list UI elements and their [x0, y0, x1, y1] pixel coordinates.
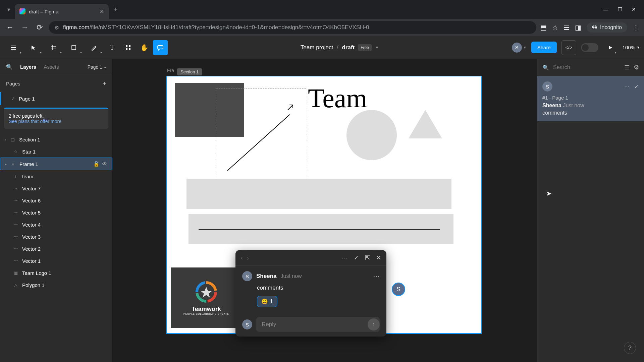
next-comment-button[interactable]: › [247, 254, 249, 261]
page-row[interactable]: ✓ Page 1 [0, 92, 112, 105]
team-logo-image[interactable]: Teamwork PEOPLE COLLABORATE CREATE [171, 267, 241, 328]
layer-name: Vector 2 [22, 246, 41, 252]
browser-tab[interactable]: draft – Figma ✕ [15, 4, 109, 19]
layer-row[interactable]: 〰Vector 2 [0, 243, 112, 255]
team-handwriting[interactable]: Team [308, 83, 367, 114]
section-tag[interactable]: Section 1 [177, 68, 202, 75]
text-tool[interactable]: T [105, 40, 119, 55]
close-window-button[interactable]: ✕ [632, 6, 636, 12]
resources-tool[interactable] [121, 40, 136, 55]
user-menu-chevron-icon[interactable]: ▼ [523, 46, 527, 49]
dev-mode-button[interactable]: </> [561, 40, 576, 55]
layer-name: Vector 3 [22, 234, 41, 240]
card-resolve-icon[interactable]: ✓ [634, 83, 639, 90]
comment-thread-popup: ‹ › ⋯ ✓ ⇱ ✕ S Sheena Just now ⋯ comments [235, 250, 386, 337]
layer-row[interactable]: 〰Vector 6 [0, 194, 112, 206]
ellipse[interactable] [346, 110, 397, 160]
incognito-icon: 🕶 [592, 24, 597, 31]
layer-row[interactable]: 〰Vector 5 [0, 206, 112, 219]
address-bar[interactable]: ⚙ figma.com/file/nMSTY1OKvvXSMLY18HsH41/… [49, 21, 536, 34]
add-page-button[interactable]: + [102, 80, 106, 87]
layer-row[interactable]: ☆Star 1 [0, 145, 112, 158]
comment-tool[interactable] [153, 40, 168, 55]
dev-mode-toggle[interactable] [581, 43, 598, 52]
reaction-chip[interactable]: 😀 1 [257, 296, 277, 307]
lock-icon[interactable]: 🔓 [93, 161, 100, 167]
card-more-icon[interactable]: ⋯ [624, 83, 630, 90]
comment-search-input[interactable] [553, 64, 620, 70]
layers-tab[interactable]: Layers [20, 64, 36, 70]
pen-tool[interactable]: ▼ [85, 40, 103, 55]
move-tool[interactable]: ▼ [24, 40, 43, 55]
polygon-triangle[interactable] [409, 110, 442, 138]
comment-item-menu-icon[interactable]: ⋯ [373, 272, 380, 280]
resolve-comment-icon[interactable]: ✓ [354, 254, 359, 261]
layer-row[interactable]: 〰Vector 7 [0, 182, 112, 194]
comment-card[interactable]: S ⋯ ✓ #1 · Page 1 Sheena Just now commen… [537, 76, 644, 121]
layer-row[interactable]: ▸#Frame 1🔓👁 [0, 158, 112, 170]
layer-name: Team Logo 1 [22, 270, 51, 276]
help-button[interactable]: ? [624, 342, 636, 354]
send-reply-button[interactable]: ↑ [368, 318, 380, 330]
install-app-icon[interactable]: ⬒ [540, 23, 547, 32]
assets-tab[interactable]: Assets [44, 64, 59, 70]
layer-name: Vector 7 [22, 186, 41, 191]
file-menu-chevron-icon[interactable]: ▼ [375, 45, 379, 50]
layer-row[interactable]: △Polygon 1 [0, 279, 112, 291]
reply-input[interactable]: Reply [256, 317, 380, 332]
zoom-control[interactable]: 100%▼ [623, 45, 640, 50]
layer-type-icon: 〰 [13, 222, 19, 228]
horizontal-line[interactable] [199, 229, 440, 230]
present-button[interactable]: ▼ [603, 40, 618, 55]
layer-row[interactable]: 〰Vector 1 [0, 255, 112, 267]
see-plans-link[interactable]: See plans that offer more [9, 119, 61, 124]
layer-row[interactable]: ▸▢Section 1 [0, 133, 112, 145]
layer-row[interactable]: 〰Vector 3 [0, 231, 112, 243]
close-comment-icon[interactable]: ✕ [376, 254, 381, 261]
browser-menu-icon[interactable]: ⋮ [633, 23, 639, 32]
svg-rect-7 [72, 46, 76, 50]
dock-comment-icon[interactable]: ⇱ [365, 254, 370, 261]
user-avatar[interactable]: S [512, 43, 522, 53]
close-tab-icon[interactable]: ✕ [100, 8, 104, 15]
layer-row[interactable]: 〰Vector 4 [0, 219, 112, 231]
visibility-icon[interactable]: 👁 [102, 161, 107, 167]
share-button[interactable]: Share [531, 42, 557, 53]
maximize-button[interactable]: ❐ [618, 6, 622, 12]
teamwork-logo-graphic [195, 280, 218, 304]
reading-list-icon[interactable]: ☰ [564, 23, 570, 32]
rectangle-1[interactable] [186, 179, 451, 209]
figma-menu-button[interactable]: ▼ [4, 40, 23, 55]
hand-tool[interactable]: ✋ [137, 40, 152, 55]
page-selector[interactable]: Page 1 ⌄ [88, 64, 106, 70]
sort-comments-icon[interactable]: ☰ [624, 64, 630, 71]
tab-title: draft – Figma [29, 9, 96, 14]
layers-panel: 🔍 Layers Assets Page 1 ⌄ Pages + ✓ Page … [0, 59, 113, 362]
forward-button[interactable]: → [19, 23, 30, 32]
comment-more-icon[interactable]: ⋯ [342, 254, 348, 261]
breadcrumb[interactable]: Team project / draft [301, 44, 355, 51]
layer-row[interactable]: Tteam [0, 170, 112, 182]
bookmark-icon[interactable]: ☆ [552, 23, 558, 32]
reload-button[interactable]: ⟳ [34, 23, 45, 32]
shape-tool[interactable]: ▼ [64, 40, 83, 55]
prev-comment-button[interactable]: ‹ [241, 254, 243, 261]
incognito-badge[interactable]: 🕶 Incognito [587, 22, 627, 33]
canvas[interactable]: Fra Section 1 Team Teamwork PEOPLE COLLA… [113, 59, 537, 362]
back-button[interactable]: ← [5, 23, 15, 32]
minimize-button[interactable]: — [603, 7, 608, 12]
layer-type-icon: 〰 [13, 258, 19, 264]
site-settings-icon[interactable]: ⚙ [54, 24, 59, 31]
svg-rect-8 [126, 45, 127, 47]
side-panel-icon[interactable]: ◨ [575, 23, 581, 32]
search-layers-icon[interactable]: 🔍 [6, 64, 13, 70]
frame-tool[interactable]: ▼ [44, 40, 63, 55]
layer-name: Vector 5 [22, 210, 41, 216]
layer-row[interactable]: ▦Team Logo 1 [0, 267, 112, 279]
layer-name: Section 1 [19, 137, 40, 142]
new-tab-button[interactable]: + [109, 6, 122, 13]
rectangle-2[interactable] [189, 214, 453, 244]
pages-header-label: Pages [6, 81, 20, 86]
tab-search-dropdown[interactable]: ▾ [3, 3, 15, 15]
filter-comments-icon[interactable]: ⚙ [634, 64, 639, 71]
